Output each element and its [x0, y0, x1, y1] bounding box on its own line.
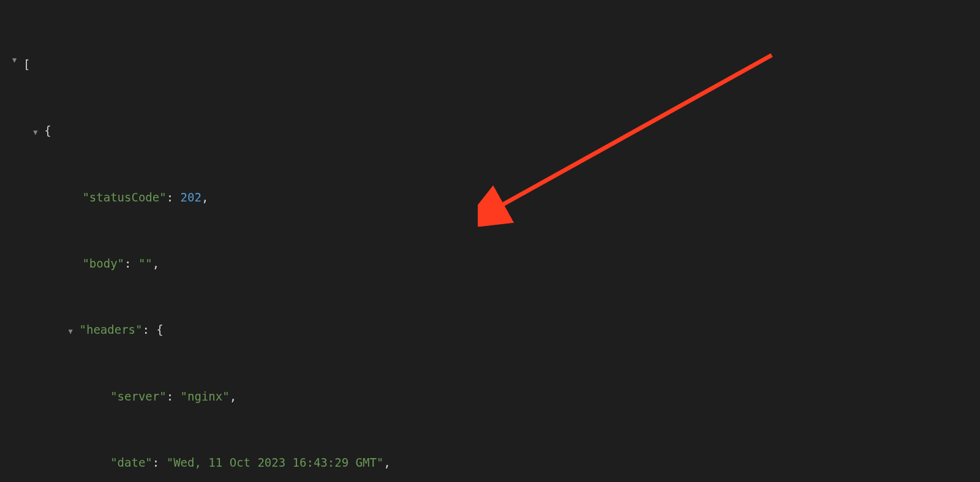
json-key-statuscode: "statusCode" [82, 190, 166, 204]
fold-toggle-icon[interactable]: ▼ [69, 325, 80, 339]
json-key-body: "body" [82, 257, 124, 270]
json-value-server: "nginx" [181, 390, 230, 403]
fold-toggle-icon[interactable]: ▼ [12, 53, 23, 67]
object-open-brace: { [44, 124, 51, 137]
json-value-body: "" [138, 257, 153, 270]
fold-toggle-icon[interactable]: ▼ [33, 126, 44, 140]
json-viewer: ▼[ ▼{ "statusCode": 202, "body": "", ▼"h… [12, 9, 968, 482]
json-value-date: "Wed, 11 Oct 2023 16:43:29 GMT" [167, 456, 384, 469]
json-key-server: "server" [110, 390, 167, 403]
array-open-bracket: [ [23, 58, 30, 71]
json-key-date: "date" [110, 456, 153, 469]
object-open-brace: { [156, 323, 163, 336]
json-key-headers: "headers" [80, 323, 143, 336]
json-value-statuscode: 202 [181, 190, 202, 204]
